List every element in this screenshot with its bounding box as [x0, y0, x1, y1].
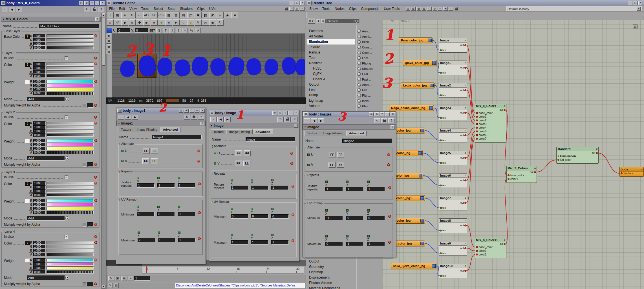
channel-slider[interactable]: [47, 245, 94, 248]
connection-plug-icon[interactable]: [94, 259, 97, 261]
connection-dot[interactable]: [251, 179, 253, 181]
connection-plug-icon[interactable]: [197, 160, 200, 163]
collapse-arrow-icon[interactable]: ▼: [210, 125, 213, 127]
input-port[interactable]: color7: [475, 137, 506, 141]
layout-b-icon[interactable]: ▥: [411, 7, 416, 11]
window-titlebar[interactable]: ▤ body : Image ◎ ⊕ ? — ✕: [209, 110, 299, 116]
out-port[interactable]: out: [460, 66, 466, 69]
scroll-up-arrow[interactable]: ▲: [102, 13, 105, 17]
alternate-u-on-button[interactable]: FF: [244, 150, 251, 156]
text-tool-icon[interactable]: T: [107, 12, 114, 18]
tex-port[interactable]: tex: [440, 161, 446, 164]
connection-dot[interactable]: [214, 162, 216, 164]
window-titlebar[interactable]: ▤ body : Image2 ◎ ⊕ ? — ✕: [303, 112, 396, 117]
tab-image-filtering[interactable]: Image Filtering: [320, 131, 346, 136]
connection-dot[interactable]: [325, 209, 328, 212]
shader-item[interactable]: Phong: [358, 61, 382, 66]
input-port[interactable]: color4: [475, 126, 506, 130]
min-x-field[interactable]: 0: [231, 214, 248, 219]
connection-plug-icon[interactable]: [292, 214, 294, 216]
help-icon[interactable]: ?: [449, 7, 453, 11]
collapse-arrow-icon[interactable]: ▼: [304, 126, 306, 128]
help-button[interactable]: ?: [292, 117, 298, 122]
channel-slider[interactable]: [47, 80, 94, 83]
channel-slider[interactable]: [47, 134, 94, 137]
channel-slider[interactable]: [47, 139, 94, 142]
min-y-field[interactable]: 0: [346, 216, 364, 220]
connection-dot[interactable]: [271, 208, 274, 210]
connection-plug-icon[interactable]: [290, 162, 293, 165]
out-port[interactable]: out: [460, 247, 466, 250]
channel-value[interactable]: 1.000: [33, 34, 46, 38]
u-input[interactable]: 0: [117, 28, 130, 33]
shader-item[interactable]: Lam...: [358, 55, 382, 61]
flip-v-icon[interactable]: ◩: [209, 12, 216, 18]
image-shader-node[interactable]: Image3≡ out tex: [439, 106, 467, 120]
lock-icon[interactable]: [455, 8, 458, 10]
connection-dot[interactable]: [121, 160, 123, 162]
collapse-arrow-icon[interactable]: ▼: [557, 155, 559, 157]
out-port[interactable]: out: [460, 44, 466, 46]
category-item[interactable]: CgFX: [307, 71, 355, 77]
combo-arrow-icon[interactable]: ▼: [65, 156, 69, 160]
name-field[interactable]: Mix_8_Colors: [39, 24, 99, 28]
max-x-field[interactable]: 1: [231, 240, 248, 244]
alternate-v-off-button[interactable]: FF: [142, 158, 149, 164]
menu-item[interactable]: Clips: [195, 6, 207, 11]
window-system-icon[interactable]: ▤: [303, 112, 308, 116]
node-menu-icon[interactable]: ≡: [465, 174, 466, 177]
image-shader-node[interactable]: Image8≡ out tex: [439, 218, 467, 233]
mix-header-band[interactable]: ▼ Mix_8_Colors ?: [1, 17, 101, 22]
weight-color-button[interactable]: [25, 259, 30, 263]
channel-value[interactable]: 1.000: [33, 42, 46, 46]
channel-slider[interactable]: [47, 199, 94, 202]
category-item[interactable]: Toon: [307, 55, 355, 61]
current-frame-field[interactable]: 1: [134, 276, 150, 281]
help-icon[interactable]: ?: [90, 1, 94, 5]
alternate-v-off-button[interactable]: FF: [328, 162, 336, 168]
category-item[interactable]: Lightmap: [307, 270, 355, 275]
tex-port[interactable]: tex: [440, 229, 446, 232]
search-icon[interactable]: [354, 20, 356, 22]
shader-header-band[interactable]: ▼ Image1 ?: [116, 121, 206, 126]
image-shader-node[interactable]: Image10≡ out tex: [439, 264, 467, 278]
min-z-field[interactable]: 0: [178, 212, 195, 216]
multiply-alpha-checkbox[interactable]: [83, 104, 86, 107]
snap-toggle-button[interactable]: ▩: [106, 44, 111, 49]
kd-color-port[interactable]: Kd_color: [557, 158, 598, 162]
channel-slider[interactable]: [47, 130, 94, 133]
t-button[interactable]: T: [163, 28, 168, 33]
weight-color-button[interactable]: [25, 199, 30, 203]
image-shader-node[interactable]: Image≡ out tex: [439, 38, 467, 53]
out-port[interactable]: out: [460, 224, 466, 227]
input-port[interactable]: base_color: [507, 174, 537, 177]
connection-plug-icon[interactable]: [94, 182, 97, 184]
weight-color-button[interactable]: [25, 139, 30, 143]
texture-clip-node[interactable]: glava_color_jpg: [403, 60, 437, 66]
node-menu-icon[interactable]: ≡: [465, 39, 466, 42]
connection-dot[interactable]: [271, 234, 274, 236]
connection-dot[interactable]: [137, 177, 139, 179]
menu-item[interactable]: Shaders: [178, 6, 195, 11]
category-item[interactable]: Volume: [307, 103, 355, 109]
channel-slider[interactable]: [47, 66, 94, 70]
back-button[interactable]: ◀: [125, 115, 131, 120]
body-material-node[interactable]: body≡ Surface: [619, 167, 644, 177]
window-system-icon[interactable]: ▤: [117, 109, 122, 113]
out-port[interactable]: out: [460, 201, 466, 204]
layout-a-icon[interactable]: ▤: [406, 7, 410, 11]
channel-slider[interactable]: [47, 88, 94, 91]
back-button[interactable]: ◀: [217, 117, 224, 122]
channel-value[interactable]: 1.000: [33, 143, 46, 146]
edit-keys-button[interactable]: ✎: [108, 276, 114, 281]
out-port[interactable]: out: [592, 152, 598, 154]
channel-value[interactable]: 1.000: [33, 245, 46, 248]
tab-advanced[interactable]: Advanced: [253, 129, 273, 134]
max-x-field[interactable]: 2: [138, 238, 155, 242]
blue-mode-button[interactable]: [107, 28, 112, 33]
node-menu-icon[interactable]: ≡: [534, 167, 536, 170]
alpha-mini-field[interactable]: [87, 162, 93, 167]
category-item[interactable]: Realtime: [307, 61, 355, 66]
shader-item[interactable]: Archi...: [358, 34, 382, 39]
out-port[interactable]: out: [460, 111, 466, 114]
